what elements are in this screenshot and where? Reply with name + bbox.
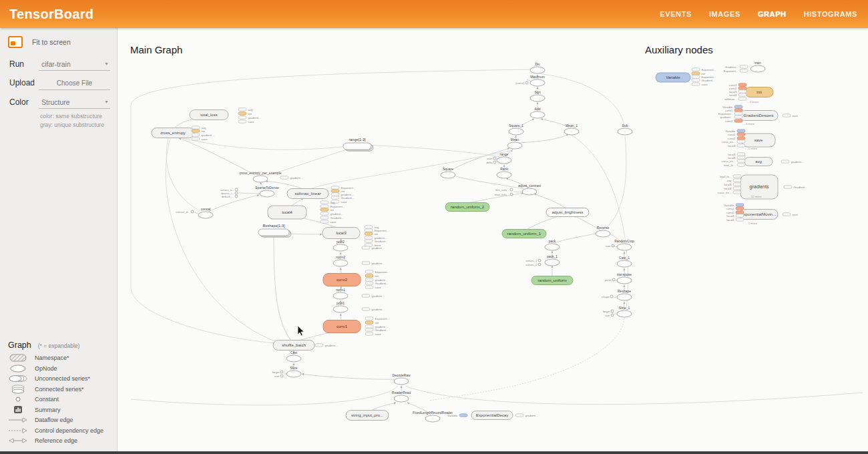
nav-tab-graph[interactable]: GRAPH <box>758 10 787 18</box>
run-select[interactable]: cifar-train ▼ <box>39 59 110 71</box>
constant-values-1[interactable]: values_1 <box>525 259 541 262</box>
proxy-chip-softmax[interactable]: softmax... <box>724 97 746 101</box>
op-node-add[interactable]: Add <box>530 107 545 119</box>
namespace-node-total-loss[interactable]: total_loss <box>190 110 228 120</box>
op-node-cross-entropy-per-example[interactable]: cross_entropy_per_example <box>239 171 281 183</box>
constant-delta[interactable]: delta <box>486 161 496 164</box>
proxy-chip-gradient[interactable]: gradient... <box>238 116 261 120</box>
proxy-chip-cross-en[interactable]: cross_en... <box>721 160 745 163</box>
proxy-chip-train[interactable]: train <box>783 114 798 118</box>
proxy-chip-local3[interactable]: local3 <box>724 183 741 186</box>
proxy-chip-train[interactable]: train <box>783 213 798 216</box>
choose-file-button[interactable]: Choose File <box>39 77 110 90</box>
op-node-slice[interactable]: Slice <box>286 366 301 378</box>
proxy-chip-init[interactable]: init <box>192 130 206 133</box>
op-node-cast-1[interactable]: Cast_1 <box>617 256 632 268</box>
op-node-cast[interactable]: Cast <box>286 351 301 363</box>
constant-size[interactable]: size <box>605 314 614 317</box>
nav-tab-events[interactable]: EVENTS <box>660 10 692 18</box>
op-node-reshape[interactable]: Reshape <box>617 289 632 301</box>
proxy-chip-conv2[interactable]: conv2 <box>725 120 742 123</box>
namespace-node-gradientdescent[interactable]: GradientDescent <box>739 111 778 121</box>
namespace-node-variable[interactable]: Variable <box>656 73 690 82</box>
proxy-chip-gradient[interactable]: gradient... <box>280 176 303 180</box>
proxy-chip-save[interactable]: save <box>238 120 254 124</box>
proxy-chip-total-lo[interactable]: total_lo... <box>724 164 745 167</box>
constant-begin[interactable]: begin <box>272 371 283 374</box>
proxy-chip-gradient[interactable]: gradient... <box>320 212 343 216</box>
namespace-node-exponentialdecay[interactable]: ExponentialDecay <box>471 411 513 420</box>
series-node-reshape-1-3[interactable]: Reshape[1-3] <box>258 224 291 238</box>
constant-const[interactable]: (const) <box>515 81 528 85</box>
op-node-mean-1[interactable]: Mean_1 <box>564 124 579 136</box>
proxy-chip-init[interactable]: init <box>365 232 379 236</box>
constant-concat-d[interactable]: concat_d... <box>176 210 194 214</box>
namespace-node-avg[interactable]: avg <box>744 158 773 166</box>
nav-tab-histograms[interactable]: HISTOGRAMS <box>804 10 857 18</box>
constant-size[interactable]: size <box>606 244 614 248</box>
namespace-node-local3[interactable]: local3 <box>322 228 360 239</box>
namespace-node-random-uniform-1[interactable]: random_uniform_1 <box>502 230 546 238</box>
proxy-chip-local4[interactable]: local4 <box>729 93 746 97</box>
namespace-node-string-input-pro[interactable]: string_input_pro... <box>346 411 389 421</box>
proxy-chip-avg[interactable]: avg <box>320 201 335 204</box>
proxy-chip-gradient[interactable]: gradient... <box>515 414 538 417</box>
proxy-chip-gradient[interactable]: gradient... <box>720 116 742 119</box>
namespace-node-local4[interactable]: local4 <box>268 206 306 219</box>
op-node-transpose[interactable]: transpose <box>617 272 632 284</box>
color-select[interactable]: Structure ▼ <box>39 97 110 109</box>
proxy-chip-conv1[interactable]: conv1 <box>726 207 744 210</box>
proxy-chip-gradient[interactable]: Gradient... <box>365 240 388 243</box>
proxy-chip-avg[interactable]: avg <box>238 108 253 111</box>
namespace-node-conv1[interactable]: conv1 <box>323 320 361 333</box>
namespace-node-softmax-linear[interactable]: softmax_linear <box>287 189 329 199</box>
op-node-readerread[interactable]: ReaderRead <box>392 391 411 403</box>
proxy-chip-init[interactable]: init <box>365 321 379 324</box>
graph-canvas[interactable]: range[1-3]Reshape[1-3]total_losscross_en… <box>0 0 868 454</box>
proxy-chip-gradient[interactable]: gradient... <box>362 262 385 265</box>
proxy-chip-gradient[interactable]: gradient... <box>781 160 804 164</box>
proxy-chip-cross-en[interactable]: cross_en... <box>717 191 741 194</box>
proxy-chip-gradient[interactable]: gradient... <box>315 344 338 347</box>
proxy-chip-conv1[interactable]: conv1 <box>728 133 745 136</box>
op-node-reverse[interactable]: Reverse <box>596 226 610 238</box>
constant-start[interactable]: start <box>487 157 496 160</box>
proxy-chip-gradient[interactable]: Gradient... <box>724 65 748 69</box>
op-node-div[interactable]: Div <box>530 62 545 74</box>
op-node-pool1[interactable]: pool1 <box>333 301 348 313</box>
proxy-chip-gradient[interactable]: gradient... <box>362 246 385 250</box>
proxy-chip-exponent[interactable]: Exponent... <box>724 69 748 73</box>
proxy-chip-init[interactable]: init <box>238 112 252 116</box>
proxy-chip-gradient[interactable]: Gradient... <box>331 196 355 200</box>
namespace-node-conv2[interactable]: conv2 <box>323 274 361 286</box>
constant-size[interactable]: size <box>274 375 283 378</box>
namespace-node-random-uniform[interactable]: random_uniform <box>531 276 573 285</box>
op-node-norm1[interactable]: norm1 <box>333 288 348 300</box>
proxy-chip-gradient[interactable]: gradient... <box>362 294 385 298</box>
namespace-node-cross-entropy[interactable]: cross_entropy <box>152 128 194 138</box>
nav-tab-images[interactable]: IMAGES <box>709 10 740 18</box>
op-node-pool2[interactable]: pool2 <box>333 240 348 252</box>
namespace-node-random-uniform-2[interactable]: random_uniform_2 <box>445 203 489 212</box>
proxy-chip-gradient[interactable]: Gradient... <box>365 328 389 332</box>
proxy-chip-local3[interactable]: local3 <box>726 214 744 218</box>
op-node-pack[interactable]: pack <box>545 239 560 251</box>
op-node-pack-1[interactable]: pack_1 <box>545 254 560 266</box>
op-node-sqrt[interactable]: Sqrt <box>530 90 545 102</box>
op-node-square-1[interactable]: Square_1 <box>509 124 523 136</box>
proxy-chip-gradient[interactable]: Gradient... <box>692 79 715 82</box>
namespace-node-adjust-brightness[interactable]: adjust_brightness <box>546 208 589 217</box>
constant-shape[interactable]: shape <box>602 295 613 298</box>
proxy-chip-gradient[interactable]: Gradient... <box>784 186 807 189</box>
namespace-node-save[interactable]: save <box>742 134 775 147</box>
proxy-chip-variable[interactable]: Variable <box>447 414 467 417</box>
fit-to-screen-label[interactable]: Fit to screen <box>32 38 71 46</box>
proxy-chip-save[interactable]: save <box>365 286 381 289</box>
proxy-chip-gradient[interactable]: Gradient... <box>320 216 344 220</box>
proxy-chip-local3[interactable]: local3 <box>728 144 745 148</box>
proxy-chip-init[interactable]: init <box>365 274 379 278</box>
series-node-range-1-3[interactable]: range[1-3] <box>343 138 373 152</box>
constant-default[interactable]: default_... <box>222 195 238 198</box>
proxy-chip-cross-en[interactable]: cross_en... <box>721 140 745 144</box>
namespace-node-exponentialmovin[interactable]: ExponentialMovin... <box>739 210 778 220</box>
